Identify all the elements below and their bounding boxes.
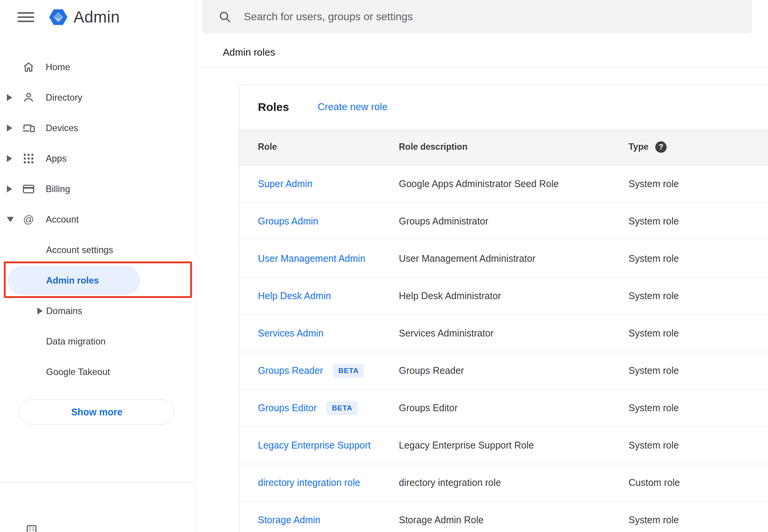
role-type: System role (629, 402, 768, 413)
home-icon (21, 61, 37, 74)
table-row: Services AdminServices AdministratorSyst… (239, 315, 768, 352)
show-more-button[interactable]: Show more (19, 399, 175, 425)
sidebar-item-billing[interactable]: Billing (0, 174, 196, 204)
roles-card-header: Roles Create new role (239, 85, 768, 129)
role-type: System role (629, 216, 768, 227)
role-description: Storage Admin Role (399, 514, 629, 526)
search-icon (218, 10, 232, 24)
sidebar-nav: HomeDirectoryDevicesAppsBilling@AccountA… (0, 52, 196, 387)
table-row: Legacy Enterprise SupportLegacy Enterpri… (239, 427, 768, 464)
table-row: Help Desk AdminHelp Desk AdministratorSy… (239, 277, 768, 315)
sidebar-item-devices[interactable]: Devices (0, 113, 196, 143)
table-row: directory integration roledirectory inte… (239, 464, 768, 502)
role-type: System role (629, 290, 768, 301)
sidebar-item-apps[interactable]: Apps (0, 143, 196, 174)
help-icon[interactable]: ? (655, 141, 667, 153)
billing-card-icon (21, 183, 37, 195)
chevron-right-icon (37, 308, 43, 314)
search-input[interactable] (244, 11, 737, 23)
header-divider (196, 67, 768, 67)
role-link[interactable]: Groups Admin (258, 216, 318, 227)
table-row: Storage AdminStorage Admin RoleSystem ro… (239, 502, 768, 532)
sidebar-item-admin-roles[interactable]: Admin roles (0, 265, 196, 296)
column-header-type: Type (629, 142, 648, 152)
chevron-down-icon (7, 217, 14, 222)
sidebar-item-account[interactable]: @Account (0, 204, 196, 235)
person-icon (21, 91, 37, 104)
main-content: Admin roles Roles Create new role Role R… (196, 0, 768, 532)
role-link[interactable]: Storage Admin (258, 514, 320, 526)
chevron-right-icon (7, 125, 12, 131)
role-description: Google Apps Administrator Seed Role (399, 178, 629, 189)
sidebar-header: Admin (0, 0, 196, 34)
role-description: Groups Editor (399, 402, 629, 413)
role-description: Groups Reader (399, 365, 629, 376)
role-link[interactable]: Groups Reader (258, 365, 323, 376)
role-link[interactable]: Services Admin (258, 328, 323, 339)
table-row: Groups EditorBETAGroups EditorSystem rol… (239, 389, 768, 427)
role-type: System role (629, 328, 768, 339)
role-description: Groups Administrator (399, 216, 629, 227)
table-header: Role Role description Type ? (239, 129, 768, 165)
role-type: System role (629, 440, 768, 451)
apps-grid-icon (21, 152, 37, 165)
roles-card-title: Roles (258, 101, 289, 114)
beta-badge: BETA (326, 401, 358, 415)
hamburger-menu-icon[interactable] (18, 11, 34, 23)
sidebar-item-home[interactable]: Home (0, 52, 196, 82)
sidebar-item-google-takeout[interactable]: Google Takeout (0, 357, 196, 387)
app-title: Admin (74, 8, 120, 26)
svg-text:@: @ (23, 213, 34, 225)
role-description: Legacy Enterprise Support Role (399, 440, 629, 451)
table-row: Super AdminGoogle Apps Administrator See… (239, 165, 768, 203)
roles-table: Super AdminGoogle Apps Administrator See… (239, 165, 768, 532)
chevron-right-icon (7, 186, 12, 192)
create-new-role-link[interactable]: Create new role (318, 101, 388, 113)
role-link[interactable]: Groups Editor (258, 402, 317, 413)
sidebar-divider (0, 482, 196, 483)
role-type: System role (629, 514, 768, 526)
building-icon[interactable] (25, 524, 38, 532)
roles-card: Roles Create new role Role Role descript… (239, 85, 768, 532)
sidebar-item-account-settings[interactable]: Account settings (0, 235, 196, 265)
beta-badge: BETA (333, 364, 364, 378)
sidebar-item-domains[interactable]: Domains (0, 296, 196, 326)
breadcrumb: Admin roles (223, 46, 275, 58)
sidebar-item-directory[interactable]: Directory (0, 82, 196, 113)
column-header-description: Role description (399, 142, 629, 152)
sidebar: Admin HomeDirectoryDevicesAppsBilling@Ac… (0, 0, 196, 532)
column-header-role: Role (239, 142, 399, 152)
role-type: System role (629, 178, 768, 189)
role-description: User Management Administrator (399, 253, 629, 264)
role-description: directory integration role (399, 477, 629, 488)
sidebar-item-data-migration[interactable]: Data migration (0, 326, 196, 357)
chevron-right-icon (7, 94, 12, 101)
chevron-right-icon (7, 155, 12, 162)
role-link[interactable]: Help Desk Admin (258, 290, 331, 301)
table-row: Groups AdminGroups AdministratorSystem r… (239, 203, 768, 240)
role-link[interactable]: Super Admin (258, 178, 312, 189)
role-link[interactable]: User Management Admin (258, 253, 365, 264)
search-bar (202, 0, 752, 34)
role-description: Help Desk Administrator (399, 290, 629, 301)
table-row: Groups ReaderBETAGroups ReaderSystem rol… (239, 352, 768, 389)
admin-logo-icon (48, 7, 68, 27)
role-description: Services Administrator (399, 328, 629, 339)
role-type: System role (629, 365, 768, 376)
role-type: Custom role (629, 477, 768, 488)
role-link[interactable]: directory integration role (258, 477, 360, 488)
table-row: User Management AdminUser Management Adm… (239, 240, 768, 277)
role-link[interactable]: Legacy Enterprise Support (258, 440, 371, 451)
devices-icon (21, 122, 37, 135)
role-type: System role (629, 253, 768, 264)
at-sign-icon: @ (21, 213, 37, 226)
